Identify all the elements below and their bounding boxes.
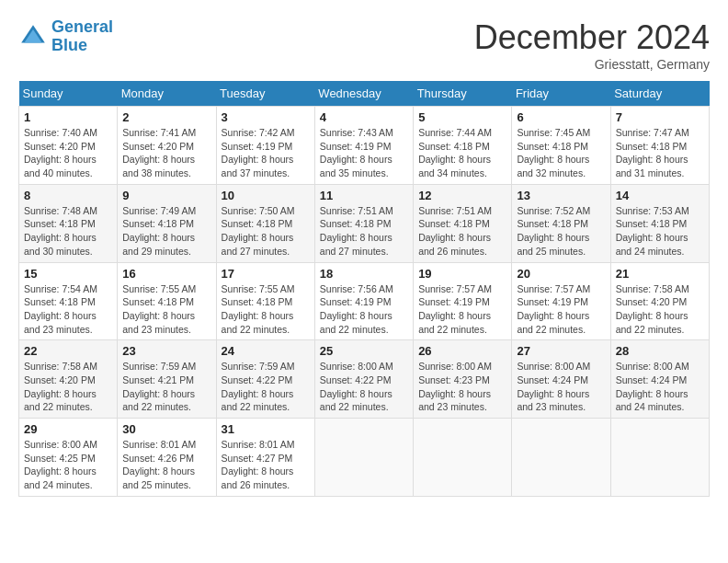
- calendar-cell: 20Sunrise: 7:57 AM Sunset: 4:19 PM Dayli…: [512, 262, 610, 340]
- day-info: Sunrise: 8:00 AM Sunset: 4:25 PM Dayligh…: [24, 438, 112, 492]
- day-number: 27: [517, 344, 605, 358]
- calendar-cell: [314, 419, 413, 497]
- logo: General Blue: [18, 18, 113, 55]
- week-row-5: 29Sunrise: 8:00 AM Sunset: 4:25 PM Dayli…: [19, 419, 710, 497]
- day-info: Sunrise: 7:56 AM Sunset: 4:19 PM Dayligh…: [320, 282, 408, 337]
- day-number: 17: [222, 267, 310, 281]
- title-block: December 2024 Griesstatt, Germany: [474, 18, 710, 72]
- calendar-cell: 17Sunrise: 7:55 AM Sunset: 4:18 PM Dayli…: [216, 262, 314, 340]
- day-info: Sunrise: 7:52 AM Sunset: 4:18 PM Dayligh…: [517, 204, 605, 259]
- calendar-cell: [610, 419, 709, 497]
- day-number: 9: [122, 189, 210, 202]
- day-info: Sunrise: 7:53 AM Sunset: 4:18 PM Dayligh…: [616, 204, 704, 259]
- day-info: Sunrise: 8:01 AM Sunset: 4:27 PM Dayligh…: [222, 438, 310, 492]
- day-info: Sunrise: 7:51 AM Sunset: 4:18 PM Dayligh…: [320, 204, 408, 259]
- logo-icon: [18, 22, 48, 52]
- calendar-cell: 25Sunrise: 8:00 AM Sunset: 4:22 PM Dayli…: [314, 340, 413, 419]
- calendar-cell: 14Sunrise: 7:53 AM Sunset: 4:18 PM Dayli…: [610, 184, 709, 262]
- day-number: 6: [517, 110, 605, 124]
- day-info: Sunrise: 7:59 AM Sunset: 4:21 PM Dayligh…: [122, 360, 210, 414]
- day-number: 19: [418, 267, 506, 281]
- day-info: Sunrise: 7:57 AM Sunset: 4:19 PM Dayligh…: [418, 282, 506, 337]
- calendar-cell: 3Sunrise: 7:42 AM Sunset: 4:19 PM Daylig…: [216, 107, 314, 185]
- day-info: Sunrise: 8:01 AM Sunset: 4:26 PM Dayligh…: [122, 438, 210, 492]
- calendar-cell: 16Sunrise: 7:55 AM Sunset: 4:18 PM Dayli…: [118, 262, 216, 340]
- calendar-cell: 21Sunrise: 7:58 AM Sunset: 4:20 PM Dayli…: [610, 262, 709, 340]
- day-number: 4: [320, 110, 408, 124]
- day-number: 10: [222, 189, 310, 202]
- calendar-header-row: SundayMondayTuesdayWednesdayThursdayFrid…: [19, 81, 710, 107]
- header-tuesday: Tuesday: [216, 81, 314, 107]
- calendar-cell: 19Sunrise: 7:57 AM Sunset: 4:19 PM Dayli…: [414, 262, 512, 340]
- day-number: 26: [418, 344, 506, 358]
- header-monday: Monday: [118, 81, 216, 107]
- calendar-cell: 13Sunrise: 7:52 AM Sunset: 4:18 PM Dayli…: [512, 184, 610, 262]
- day-number: 23: [122, 344, 210, 358]
- calendar-cell: 1Sunrise: 7:40 AM Sunset: 4:20 PM Daylig…: [19, 107, 118, 185]
- day-info: Sunrise: 7:59 AM Sunset: 4:22 PM Dayligh…: [222, 360, 310, 414]
- calendar-cell: 15Sunrise: 7:54 AM Sunset: 4:18 PM Dayli…: [19, 262, 118, 340]
- day-number: 8: [24, 189, 112, 202]
- header-thursday: Thursday: [414, 81, 512, 107]
- day-info: Sunrise: 8:00 AM Sunset: 4:23 PM Dayligh…: [418, 360, 506, 414]
- header-saturday: Saturday: [610, 81, 709, 107]
- calendar-table: SundayMondayTuesdayWednesdayThursdayFrid…: [18, 81, 710, 497]
- calendar-cell: [512, 419, 610, 497]
- day-number: 5: [418, 110, 506, 124]
- day-info: Sunrise: 7:58 AM Sunset: 4:20 PM Dayligh…: [616, 282, 704, 337]
- day-info: Sunrise: 7:55 AM Sunset: 4:18 PM Dayligh…: [222, 282, 310, 337]
- header-sunday: Sunday: [19, 81, 118, 107]
- calendar-cell: 2Sunrise: 7:41 AM Sunset: 4:20 PM Daylig…: [118, 107, 216, 185]
- day-number: 20: [517, 267, 605, 281]
- calendar-cell: 23Sunrise: 7:59 AM Sunset: 4:21 PM Dayli…: [118, 340, 216, 419]
- day-number: 1: [24, 110, 112, 124]
- calendar-cell: 5Sunrise: 7:44 AM Sunset: 4:18 PM Daylig…: [414, 107, 512, 185]
- day-number: 18: [320, 267, 408, 281]
- day-number: 28: [616, 344, 704, 358]
- day-number: 21: [616, 267, 704, 281]
- day-info: Sunrise: 8:00 AM Sunset: 4:24 PM Dayligh…: [616, 360, 704, 414]
- calendar-cell: 10Sunrise: 7:50 AM Sunset: 4:18 PM Dayli…: [216, 184, 314, 262]
- day-info: Sunrise: 7:49 AM Sunset: 4:18 PM Dayligh…: [122, 204, 210, 259]
- day-info: Sunrise: 7:50 AM Sunset: 4:18 PM Dayligh…: [222, 204, 310, 259]
- header-wednesday: Wednesday: [314, 81, 413, 107]
- day-info: Sunrise: 7:48 AM Sunset: 4:18 PM Dayligh…: [24, 204, 112, 259]
- day-number: 2: [122, 110, 210, 124]
- day-number: 31: [222, 422, 310, 436]
- day-number: 30: [122, 422, 210, 436]
- calendar-cell: 6Sunrise: 7:45 AM Sunset: 4:18 PM Daylig…: [512, 107, 610, 185]
- logo-line1: General: [51, 17, 113, 36]
- day-info: Sunrise: 7:54 AM Sunset: 4:18 PM Dayligh…: [24, 282, 112, 337]
- day-info: Sunrise: 7:57 AM Sunset: 4:19 PM Dayligh…: [517, 282, 605, 337]
- day-info: Sunrise: 7:43 AM Sunset: 4:19 PM Dayligh…: [320, 126, 408, 180]
- page-header: General Blue December 2024 Griesstatt, G…: [18, 18, 710, 72]
- day-info: Sunrise: 7:44 AM Sunset: 4:18 PM Dayligh…: [418, 126, 506, 180]
- location: Griesstatt, Germany: [474, 57, 710, 72]
- calendar-cell: 8Sunrise: 7:48 AM Sunset: 4:18 PM Daylig…: [19, 184, 118, 262]
- calendar-cell: [414, 419, 512, 497]
- day-number: 25: [320, 344, 408, 358]
- calendar-cell: 11Sunrise: 7:51 AM Sunset: 4:18 PM Dayli…: [314, 184, 413, 262]
- calendar-cell: 12Sunrise: 7:51 AM Sunset: 4:18 PM Dayli…: [414, 184, 512, 262]
- calendar-cell: 30Sunrise: 8:01 AM Sunset: 4:26 PM Dayli…: [118, 419, 216, 497]
- day-number: 7: [616, 110, 704, 124]
- calendar-cell: 9Sunrise: 7:49 AM Sunset: 4:18 PM Daylig…: [118, 184, 216, 262]
- header-friday: Friday: [512, 81, 610, 107]
- logo-text: General Blue: [51, 18, 113, 55]
- calendar-cell: 31Sunrise: 8:01 AM Sunset: 4:27 PM Dayli…: [216, 419, 314, 497]
- day-number: 29: [24, 422, 112, 436]
- day-info: Sunrise: 7:51 AM Sunset: 4:18 PM Dayligh…: [418, 204, 506, 259]
- day-number: 16: [122, 267, 210, 281]
- day-number: 22: [24, 344, 112, 358]
- calendar-cell: 26Sunrise: 8:00 AM Sunset: 4:23 PM Dayli…: [414, 340, 512, 419]
- day-number: 3: [222, 110, 310, 124]
- logo-line2: Blue: [51, 37, 113, 55]
- day-info: Sunrise: 8:00 AM Sunset: 4:22 PM Dayligh…: [320, 360, 408, 414]
- calendar-cell: 4Sunrise: 7:43 AM Sunset: 4:19 PM Daylig…: [314, 107, 413, 185]
- day-number: 11: [320, 189, 408, 202]
- month-title: December 2024: [474, 18, 710, 57]
- day-number: 14: [616, 189, 704, 202]
- calendar-cell: 28Sunrise: 8:00 AM Sunset: 4:24 PM Dayli…: [610, 340, 709, 419]
- calendar-cell: 7Sunrise: 7:47 AM Sunset: 4:18 PM Daylig…: [610, 107, 709, 185]
- day-info: Sunrise: 7:41 AM Sunset: 4:20 PM Dayligh…: [122, 126, 210, 180]
